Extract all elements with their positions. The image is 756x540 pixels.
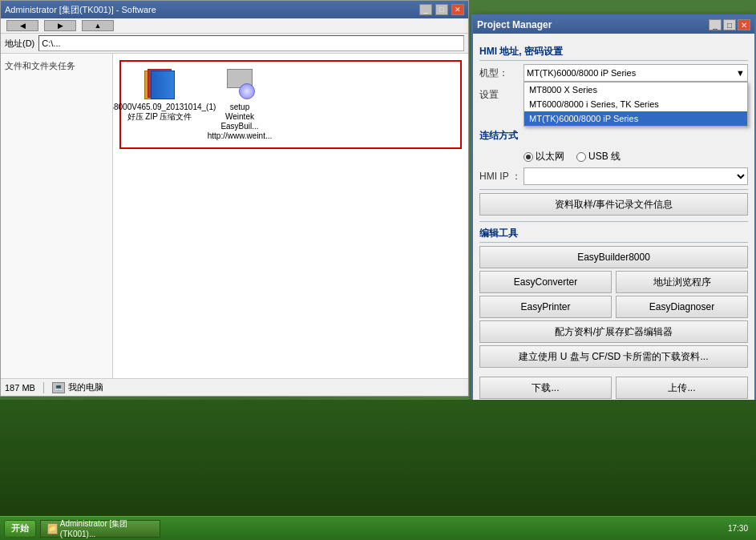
pm-download-row: 下载... 上传... xyxy=(479,377,748,399)
pm-radio-ethernet[interactable]: 以太网 xyxy=(524,150,564,163)
model-dropdown-trigger[interactable]: MT(TK)6000/8000 iP Series ▼ xyxy=(524,64,748,82)
pm-download-btn[interactable]: 下载... xyxy=(479,377,612,399)
pm-divider1 xyxy=(479,189,748,190)
pm-radio-row: 以太网 USB 线 xyxy=(479,150,748,163)
pm-hmi-ip-row: HMI IP ： xyxy=(479,167,748,185)
pm-device-label: 设置 xyxy=(479,88,524,102)
address-input[interactable] xyxy=(38,35,464,51)
pm-create-usb-btn[interactable]: 建立使用 U 盘与 CF/SD 卡所需的下载资料... xyxy=(479,345,748,368)
pm-maximize-btn[interactable]: □ xyxy=(723,19,736,30)
start-button[interactable]: 开始 xyxy=(4,520,36,538)
address-label: 地址(D) xyxy=(5,38,34,50)
pm-radio-ethernet-circle xyxy=(524,152,533,162)
explorer-toolbar: ◀ ▶ ▲ xyxy=(1,18,468,34)
pm-radio-usb[interactable]: USB 线 xyxy=(576,150,621,163)
explorer-title: Administrator [集团(TK001)] - Software xyxy=(5,4,156,16)
status-size: 187 MB xyxy=(5,383,35,393)
dropdown-arrow: ▼ xyxy=(736,68,745,78)
explorer-sidebar: 文件和文件夹任务 xyxy=(1,54,113,385)
pm-radio-group: 以太网 USB 线 xyxy=(524,150,621,163)
pm-connect-label: 连结方式 xyxy=(479,129,518,144)
taskbar-clock: 17:30 xyxy=(724,524,752,533)
pm-printer-row: EasyPrinter EasyDiagnoser xyxy=(479,296,748,318)
taskbar: 开始 📁 Administrator [集团(TK001)... 17:30 xyxy=(0,400,756,540)
pm-close-btn[interactable]: ✕ xyxy=(738,19,750,30)
pm-easybuilder-btn[interactable]: EasyBuilder8000 xyxy=(479,246,748,268)
mypc-icon: 💻 xyxy=(52,382,65,393)
taskbar-apps: 📁 Administrator [集团(TK001)... xyxy=(40,520,724,538)
up-btn[interactable]: ▲ xyxy=(82,20,114,31)
pm-hmi-ip-select[interactable] xyxy=(524,167,748,185)
pm-radio-ethernet-label: 以太网 xyxy=(536,150,564,163)
pm-config-storage-btn[interactable]: 配方资料/扩展存贮器编辑器 xyxy=(479,320,748,343)
sidebar-label: 文件和文件夹任务 xyxy=(5,58,108,75)
setup-file-name: setup Weintek EasyBuil... http://www.wei… xyxy=(208,103,273,141)
explorer-window: Administrator [集团(TK001)] - Software _ □… xyxy=(0,0,469,397)
taskbar-bottom: 开始 📁 Administrator [集团(TK001)... 17:30 xyxy=(0,516,756,540)
pm-connect-row: 连结方式 xyxy=(479,129,748,146)
statusbar-divider xyxy=(43,382,44,393)
pm-minimize-btn[interactable]: _ xyxy=(709,19,722,30)
winrar-file-name: EB8000V465.09_20131014_(1) 好压 ZIP 压缩文件 xyxy=(113,103,216,122)
pm-easydiagnoser-btn[interactable]: EasyDiagnoser xyxy=(616,296,748,318)
pm-titlebar: Project Manager _ □ ✕ xyxy=(473,16,754,34)
explorer-addressbar: 地址(D) xyxy=(1,34,468,54)
model-option-3[interactable]: MT(TK)6000/8000 iP Series xyxy=(524,111,747,126)
mypc-link[interactable]: 💻 我的电脑 xyxy=(52,381,103,393)
model-option-2[interactable]: MT6000/8000 i Series, TK Series xyxy=(524,97,747,111)
explorer-content: 文件和文件夹任务 EB8000V465.0 xyxy=(1,54,468,385)
explorer-main[interactable]: EB8000V465.09_20131014_(1) 好压 ZIP 压缩文件 xyxy=(113,54,468,385)
explorer-minimize-btn[interactable]: _ xyxy=(419,4,432,15)
winrar-icon xyxy=(144,68,176,100)
pm-easyconverter-btn[interactable]: EasyConverter xyxy=(479,271,612,293)
taskbar-app1-label: Administrator [集团(TK001)... xyxy=(60,518,153,538)
model-option-1[interactable]: MT8000 X Series xyxy=(524,83,747,97)
files-area: EB8000V465.09_20131014_(1) 好压 ZIP 压缩文件 xyxy=(119,60,462,149)
model-dropdown[interactable]: MT(TK)6000/8000 iP Series ▼ MT8000 X Ser… xyxy=(524,64,748,82)
start-label: 开始 xyxy=(11,523,29,533)
setup-file-icon[interactable]: setup Weintek EasyBuil... http://www.wei… xyxy=(208,68,272,141)
mypc-label: 我的电脑 xyxy=(68,381,103,393)
pm-upload-btn[interactable]: 上传... xyxy=(616,377,748,399)
explorer-statusbar: 187 MB 💻 我的电脑 xyxy=(1,378,468,396)
pm-model-row: 机型： MT(TK)6000/8000 iP Series ▼ MT8000 X… xyxy=(479,64,748,82)
pm-address-browser-btn[interactable]: 地址浏览程序 xyxy=(616,271,748,293)
pm-radio-usb-label: USB 线 xyxy=(588,150,621,163)
taskbar-app1[interactable]: 📁 Administrator [集团(TK001)... xyxy=(40,520,160,538)
model-selected-text: MT(TK)6000/8000 iP Series xyxy=(527,68,636,78)
back-btn[interactable]: ◀ xyxy=(6,20,38,31)
pm-title: Project Manager xyxy=(477,19,552,30)
winrar-file-icon[interactable]: EB8000V465.09_20131014_(1) 好压 ZIP 压缩文件 xyxy=(127,68,192,141)
setup-icon xyxy=(224,68,256,100)
pm-hmi-section-title: HMI 地址, 密码设置 xyxy=(479,45,748,61)
forward-btn[interactable]: ▶ xyxy=(44,20,76,31)
pm-radio-usb-circle xyxy=(576,152,586,162)
model-dropdown-list[interactable]: MT8000 X Series MT6000/8000 i Series, TK… xyxy=(524,82,748,127)
pm-separator1 xyxy=(479,370,748,377)
pm-converter-row: EasyConverter 地址浏览程序 xyxy=(479,271,748,293)
explorer-close-btn[interactable]: ✕ xyxy=(451,4,464,15)
pm-divider2 xyxy=(479,221,748,222)
pm-easyprinter-btn[interactable]: EasyPrinter xyxy=(479,296,612,318)
pm-tools-section-title: 编辑工具 xyxy=(479,227,748,243)
pm-window-buttons: _ □ ✕ xyxy=(709,19,750,30)
pm-hmi-ip-label: HMI IP ： xyxy=(479,170,524,183)
taskbar-app1-icon: 📁 xyxy=(47,523,58,534)
pm-model-label: 机型： xyxy=(479,66,524,80)
pm-data-extract-btn[interactable]: 资料取样/事件记录文件信息 xyxy=(479,193,748,216)
explorer-titlebar: Administrator [集团(TK001)] - Software _ □… xyxy=(1,1,468,18)
desktop: Administrator [集团(TK001)] - Software _ □… xyxy=(0,0,756,540)
explorer-maximize-btn[interactable]: □ xyxy=(435,4,448,15)
